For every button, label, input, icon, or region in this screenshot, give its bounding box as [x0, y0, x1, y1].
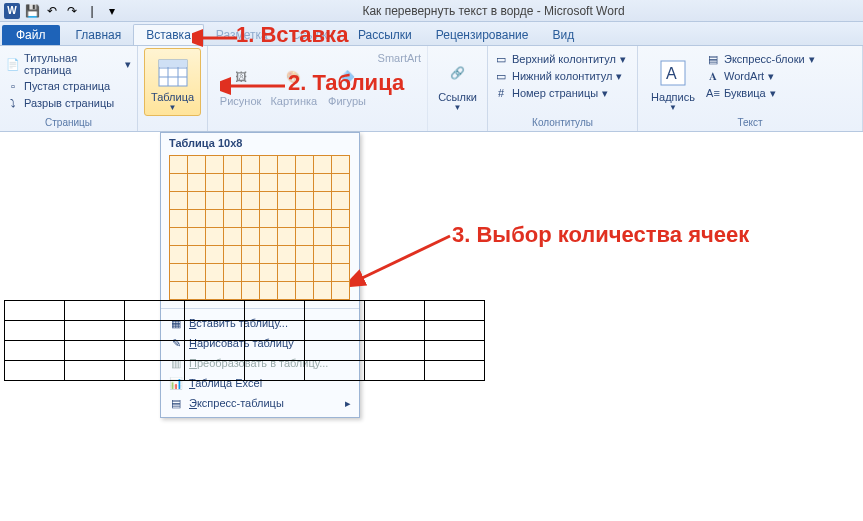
shapes-button[interactable]: 🔷 Фигуры — [320, 48, 373, 116]
table-cell[interactable] — [125, 341, 185, 361]
grid-cell[interactable] — [242, 156, 260, 174]
grid-cell[interactable] — [170, 192, 188, 210]
blank-page-button[interactable]: ▫ Пустая страница — [6, 79, 131, 93]
grid-cell[interactable] — [188, 228, 206, 246]
grid-cell[interactable] — [332, 210, 350, 228]
grid-cell[interactable] — [314, 156, 332, 174]
footer-button[interactable]: ▭Нижний колонтитул▾ — [494, 69, 626, 83]
grid-cell[interactable] — [296, 246, 314, 264]
grid-cell[interactable] — [170, 210, 188, 228]
grid-cell[interactable] — [332, 192, 350, 210]
header-button[interactable]: ▭Верхний колонтитул▾ — [494, 52, 626, 66]
grid-cell[interactable] — [242, 228, 260, 246]
table-grid-picker[interactable] — [161, 153, 359, 308]
table-cell[interactable] — [425, 341, 485, 361]
tab-home[interactable]: Главная — [64, 25, 134, 45]
grid-cell[interactable] — [278, 174, 296, 192]
grid-cell[interactable] — [296, 228, 314, 246]
table-cell[interactable] — [65, 321, 125, 341]
tab-mailings[interactable]: Рассылки — [346, 25, 424, 45]
grid-cell[interactable] — [206, 192, 224, 210]
table-cell[interactable] — [185, 301, 245, 321]
grid-cell[interactable] — [296, 156, 314, 174]
inserted-table[interactable] — [4, 300, 485, 381]
table-cell[interactable] — [125, 301, 185, 321]
save-icon[interactable]: 💾 — [24, 3, 40, 19]
grid-cell[interactable] — [296, 264, 314, 282]
tab-review[interactable]: Рецензирование — [424, 25, 541, 45]
grid-cell[interactable] — [224, 174, 242, 192]
table-cell[interactable] — [125, 361, 185, 381]
grid-cell[interactable] — [206, 156, 224, 174]
grid-cell[interactable] — [332, 156, 350, 174]
grid-cell[interactable] — [314, 174, 332, 192]
grid-cell[interactable] — [188, 282, 206, 300]
table-cell[interactable] — [425, 321, 485, 341]
dropdown-item[interactable]: ▤Экспресс-таблицы▸ — [161, 393, 359, 413]
table-cell[interactable] — [305, 341, 365, 361]
table-cell[interactable] — [5, 301, 65, 321]
tab-references[interactable]: Ссылки — [280, 25, 346, 45]
grid-cell[interactable] — [170, 228, 188, 246]
table-cell[interactable] — [245, 361, 305, 381]
grid-cell[interactable] — [188, 192, 206, 210]
table-cell[interactable] — [245, 321, 305, 341]
redo-icon[interactable]: ↷ — [64, 3, 80, 19]
grid-cell[interactable] — [278, 192, 296, 210]
table-cell[interactable] — [185, 361, 245, 381]
grid-cell[interactable] — [224, 156, 242, 174]
grid-cell[interactable] — [260, 210, 278, 228]
grid-cell[interactable] — [242, 192, 260, 210]
grid-cell[interactable] — [278, 228, 296, 246]
grid-cell[interactable] — [296, 282, 314, 300]
table-cell[interactable] — [185, 321, 245, 341]
grid-cell[interactable] — [242, 210, 260, 228]
grid-cell[interactable] — [332, 246, 350, 264]
table-cell[interactable] — [365, 301, 425, 321]
grid-cell[interactable] — [206, 246, 224, 264]
picture-button[interactable]: 🖼 Рисунок — [214, 48, 267, 116]
table-cell[interactable] — [65, 341, 125, 361]
table-cell[interactable] — [5, 341, 65, 361]
grid-cell[interactable] — [278, 282, 296, 300]
grid-cell[interactable] — [278, 156, 296, 174]
grid-cell[interactable] — [206, 228, 224, 246]
links-button[interactable]: 🔗 Ссылки ▼ — [434, 48, 481, 116]
grid-cell[interactable] — [296, 174, 314, 192]
grid-cell[interactable] — [278, 246, 296, 264]
grid-cell[interactable] — [224, 210, 242, 228]
grid-cell[interactable] — [170, 282, 188, 300]
table-button[interactable]: Таблица ▼ — [144, 48, 201, 116]
grid-cell[interactable] — [278, 210, 296, 228]
grid-cell[interactable] — [224, 282, 242, 300]
undo-icon[interactable]: ↶ — [44, 3, 60, 19]
clipart-button[interactable]: 🎨 Картинка — [267, 48, 320, 116]
grid-cell[interactable] — [206, 282, 224, 300]
tab-file[interactable]: Файл — [2, 25, 60, 45]
grid-cell[interactable] — [242, 174, 260, 192]
quickparts-button[interactable]: ▤Экспресс-блоки▾ — [706, 52, 815, 66]
page-break-button[interactable]: ⤵ Разрыв страницы — [6, 96, 131, 110]
grid-cell[interactable] — [260, 228, 278, 246]
grid-cell[interactable] — [314, 282, 332, 300]
cover-page-button[interactable]: 📄 Титульная страница▾ — [6, 52, 131, 76]
table-cell[interactable] — [425, 301, 485, 321]
grid-cell[interactable] — [224, 264, 242, 282]
table-cell[interactable] — [65, 361, 125, 381]
table-cell[interactable] — [365, 361, 425, 381]
table-cell[interactable] — [425, 361, 485, 381]
grid-cell[interactable] — [260, 282, 278, 300]
grid-cell[interactable] — [260, 156, 278, 174]
table-cell[interactable] — [65, 301, 125, 321]
grid-cell[interactable] — [188, 246, 206, 264]
grid-cell[interactable] — [314, 192, 332, 210]
grid-cell[interactable] — [188, 174, 206, 192]
grid-cell[interactable] — [332, 228, 350, 246]
table-cell[interactable] — [185, 341, 245, 361]
table-cell[interactable] — [5, 361, 65, 381]
grid-cell[interactable] — [206, 264, 224, 282]
grid-cell[interactable] — [260, 174, 278, 192]
grid-cell[interactable] — [260, 192, 278, 210]
tab-insert[interactable]: Вставка — [133, 24, 204, 45]
grid-cell[interactable] — [242, 282, 260, 300]
